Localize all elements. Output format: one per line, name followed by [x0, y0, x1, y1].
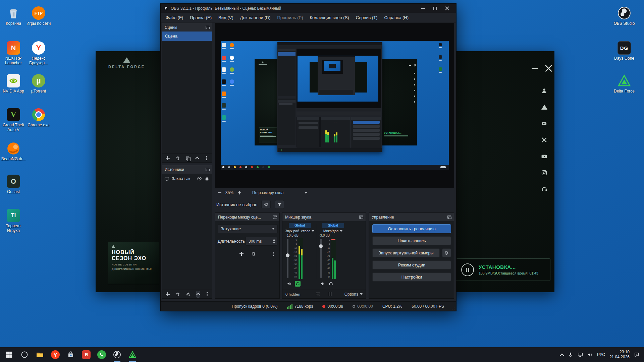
- studio-mode-button[interactable]: Режим студии: [372, 260, 451, 269]
- mixer-layout-button[interactable]: [314, 291, 322, 297]
- x-social-icon[interactable]: [541, 137, 547, 143]
- microphone-icon[interactable]: [568, 352, 573, 357]
- desktop-icon-obs-studio[interactable]: OBS Studio: [611, 6, 637, 26]
- clock[interactable]: 23:10 21.04.2026: [609, 350, 630, 360]
- add-transition-button[interactable]: [238, 251, 245, 257]
- audio-monitor-button[interactable]: [295, 281, 301, 287]
- source-filters-button[interactable]: [275, 200, 284, 209]
- scenes-menu-button[interactable]: [205, 155, 208, 161]
- volume-icon[interactable]: [587, 352, 593, 357]
- taskbar-app-messenger[interactable]: [94, 347, 109, 362]
- desktop-icon-beamng[interactable]: BeamNG.dr...: [1, 141, 26, 161]
- duration-down-icon[interactable]: [273, 242, 275, 243]
- start-button[interactable]: [1, 347, 17, 362]
- mute-button[interactable]: [320, 281, 325, 287]
- desktop-icon-days-gone[interactable]: DG Days Gone: [611, 41, 637, 61]
- transition-menu-button[interactable]: [270, 251, 276, 257]
- settings-button[interactable]: Настройки: [372, 273, 451, 282]
- youtube-icon[interactable]: [541, 153, 547, 160]
- desktop-icon-nvidia[interactable]: NVIDIA App: [1, 74, 26, 94]
- desktop-icon-torrent-igruha[interactable]: TI Торрент Игруха: [1, 208, 26, 233]
- desktop-icon-chrome[interactable]: Chrome.exe: [26, 108, 51, 127]
- maximize-button[interactable]: [429, 4, 441, 13]
- menu-edit[interactable]: Правка (E): [186, 15, 215, 20]
- network-icon[interactable]: [578, 352, 583, 357]
- source-item-display-capture[interactable]: Захват эк: [162, 174, 212, 184]
- close-button[interactable]: [441, 4, 453, 13]
- remove-transition-button[interactable]: [251, 251, 257, 257]
- dock-popout-icon[interactable]: [447, 216, 451, 219]
- sources-menu-button[interactable]: [206, 291, 208, 297]
- taskbar-app-obs[interactable]: [109, 347, 125, 362]
- notifications-icon[interactable]: [634, 352, 639, 357]
- desktop-icon-gta5[interactable]: V Grand Theft Auto V: [1, 108, 26, 132]
- move-source-up-button[interactable]: [196, 291, 200, 298]
- menu-docks[interactable]: Док-панели (D): [237, 15, 274, 20]
- instagram-icon[interactable]: [541, 170, 547, 176]
- remove-source-button[interactable]: [175, 291, 180, 297]
- taskbar-app-explorer[interactable]: [32, 347, 48, 362]
- move-scene-up-button[interactable]: [195, 155, 199, 161]
- delta-community-icon[interactable]: [541, 104, 547, 110]
- menu-profile[interactable]: Профиль (P): [274, 15, 306, 20]
- fit-to-window-dropdown[interactable]: По размеру окна: [250, 189, 309, 196]
- zoom-in-button[interactable]: [236, 190, 243, 196]
- taskbar-app-store[interactable]: [63, 347, 78, 362]
- source-properties-button[interactable]: [261, 200, 271, 209]
- profile-icon[interactable]: [541, 87, 547, 94]
- audio-monitor-button[interactable]: [328, 281, 334, 287]
- mute-button[interactable]: [286, 281, 292, 287]
- language-indicator[interactable]: РУС: [597, 352, 605, 357]
- menu-tools[interactable]: Сервис (T): [353, 15, 381, 20]
- zoom-out-button[interactable]: [216, 190, 222, 196]
- source-properties-gear-button[interactable]: [186, 291, 191, 297]
- taskbar-app-yandex-browser[interactable]: Y: [48, 347, 63, 362]
- desktop-icon-delta-force[interactable]: Delta Force: [611, 74, 637, 94]
- duration-spinner[interactable]: 300 ms: [246, 237, 277, 246]
- mixer-sliders-button[interactable]: [326, 291, 334, 297]
- desktop-icon-recycle-bin[interactable]: Корзина: [1, 6, 26, 26]
- season-banner[interactable]: НОВЫЙ СЕЗОН ЭХО НОВЫЕ СОБЫТИЯ ДЕКОРАТИВН…: [108, 242, 159, 284]
- transition-select[interactable]: Затухание: [218, 224, 278, 233]
- scene-item[interactable]: Сцена: [162, 32, 212, 41]
- resize-grip[interactable]: [451, 306, 455, 310]
- dock-popout-icon[interactable]: [273, 216, 277, 219]
- volume-slider[interactable]: [286, 238, 290, 279]
- source-visibility-icon[interactable]: [197, 176, 202, 181]
- source-lock-icon[interactable]: [204, 176, 210, 181]
- mixer-options-dropdown[interactable]: Options: [344, 292, 363, 297]
- taskbar-app-delta-force[interactable]: [125, 347, 140, 362]
- virtual-camera-settings-button[interactable]: [442, 248, 451, 257]
- headset-icon[interactable]: [541, 186, 547, 192]
- menu-file[interactable]: Файл (F): [162, 15, 186, 20]
- menu-view[interactable]: Вид (V): [215, 15, 236, 20]
- minimize-button[interactable]: [417, 4, 429, 13]
- channel-name-dropdown[interactable]: Звук раб. стола: [284, 229, 316, 233]
- obs-title-bar[interactable]: OBS 32.1.1 - Профиль: Безымянный - Сцены…: [161, 4, 456, 13]
- desktop-icon-nextrp[interactable]: N NEXTRP Launcher: [1, 41, 26, 66]
- duration-up-icon[interactable]: [273, 239, 275, 241]
- dock-popout-icon[interactable]: [206, 168, 209, 171]
- channel-name-dropdown[interactable]: Микр/доп: [317, 229, 349, 233]
- discord-icon[interactable]: [541, 120, 547, 127]
- dock-popout-icon[interactable]: [359, 216, 363, 219]
- dock-popout-icon[interactable]: [206, 26, 209, 29]
- preview-area[interactable]: НОВЫЙ СЕЗОН ЭХО УСТАНОВКА...: [215, 23, 454, 188]
- desktop-icon-yandex-browser[interactable]: Y Яндекс Браузер...: [26, 41, 51, 66]
- menu-help[interactable]: Справка (H): [381, 15, 412, 20]
- menu-scene-collection[interactable]: Коллекция сцен (S): [307, 15, 353, 20]
- search-button[interactable]: [17, 347, 32, 362]
- add-source-button[interactable]: [166, 291, 170, 297]
- stop-streaming-button[interactable]: Остановить трансляцию: [372, 224, 451, 233]
- start-virtual-camera-button[interactable]: Запуск виртуальной камеры: [372, 248, 440, 257]
- taskbar-app-yandex[interactable]: Я: [78, 347, 94, 362]
- tray-expand-icon[interactable]: [560, 353, 564, 358]
- add-scene-button[interactable]: [166, 155, 170, 161]
- desktop-icon-ftp-games[interactable]: FTP Игры по сети: [26, 6, 51, 26]
- game-close-button[interactable]: [545, 64, 552, 71]
- desktop-icon-outlast[interactable]: O Outlast: [1, 174, 26, 194]
- desktop-icon-utorrent[interactable]: µ µTorrent: [26, 74, 51, 94]
- pause-download-button[interactable]: [461, 263, 474, 276]
- volume-slider[interactable]: [319, 238, 323, 279]
- game-minimize-button[interactable]: [532, 68, 538, 69]
